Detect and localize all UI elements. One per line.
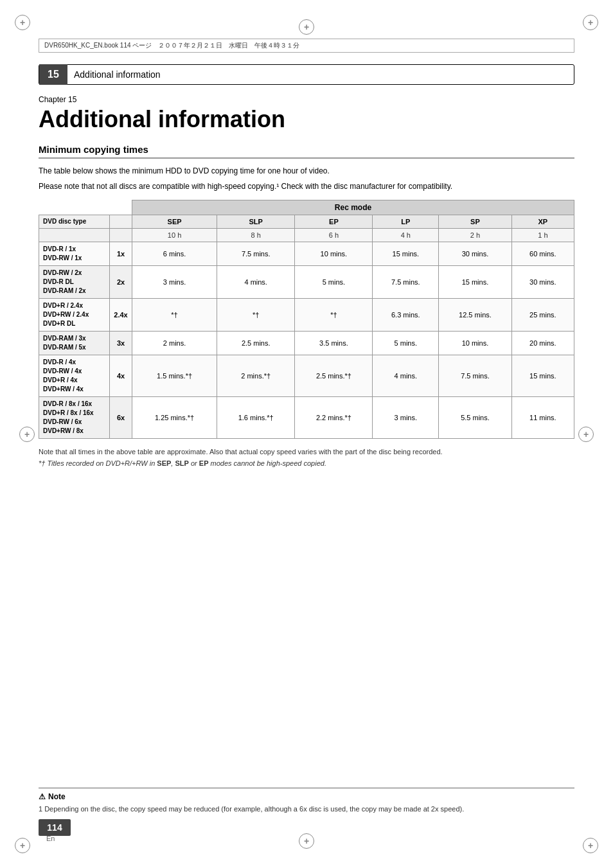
speed-1x: 1x [110,242,132,265]
disc-type-col-header: DVD disc type [39,215,110,228]
chapter-header-title: Additional information [74,69,161,80]
note-below-table-1: Note that all times in the above table a… [39,447,574,457]
val-2x-lp: 7.5 mins. [373,265,439,298]
chapter-header: 15 Additional information [39,64,574,85]
val-4x-slp: 2 mins.*† [217,355,295,396]
val-3x-ep: 3.5 mins. [295,331,373,355]
val-1x-lp: 15 mins. [373,242,439,265]
val-3x-slp: 2.5 mins. [217,331,295,355]
col-sp: SP [439,215,512,228]
top-center-mark [299,19,314,35]
speed-2x: 2x [110,265,132,298]
table-row: DVD+R / 2.4xDVD+RW / 2.4xDVD+R DL 2.4x *… [39,298,574,331]
main-content: Chapter 15 Additional information Minimu… [39,95,574,467]
corner-mark-tl [13,13,32,32]
table-row: DVD-R / 8x / 16xDVD+R / 8x / 16xDVD-RW /… [39,396,574,438]
intro-text-1: The table below shows the minimum HDD to… [39,165,574,177]
hours-sp: 2 h [439,228,512,242]
val-2x-xp: 30 mins. [511,265,574,298]
val-3x-xp: 20 mins. [511,331,574,355]
chapter-main-title: Additional information [39,107,574,132]
section-title: Minimum copying times [39,144,574,159]
hours-ep: 6 h [295,228,373,242]
top-header: DVR650HK_KC_EN.book 114 ページ ２００７年２月２１日 水… [39,39,574,53]
intro-text-2: Please note that not all discs are compa… [39,181,574,192]
footnote-text: *† Titles recorded on DVD+R/+RW in SEP, … [39,459,574,467]
corner-mark-br [581,836,600,855]
bottom-note: ⚠ Note 1 Depending on the disc, the copy… [39,788,574,817]
side-mark-left [19,427,35,442]
page-number-box: 114 [39,819,71,836]
chapter-label: Chapter 15 [39,95,574,104]
val-4x-xp: 15 mins. [511,355,574,396]
table-row: DVD-R / 1xDVD-RW / 1x 1x 6 mins. 7.5 min… [39,242,574,265]
val-2x-ep: 5 mins. [295,265,373,298]
val-4x-ep: 2.5 mins.*† [295,355,373,396]
table-row: DVD-R / 4xDVD-RW / 4xDVD+R / 4xDVD+RW / … [39,355,574,396]
speed-col-header [110,215,132,228]
hours-xp: 1 h [511,228,574,242]
val-4x-sep: 1.5 mins.*† [132,355,217,396]
corner-mark-bl [13,836,32,855]
disc-type-6x: DVD-R / 8x / 16xDVD+R / 8x / 16xDVD-RW /… [39,396,110,438]
val-2x-sp: 15 mins. [439,265,512,298]
corner-mark-tr [581,13,600,32]
speed-2_4x: 2.4x [110,298,132,331]
val-1x-ep: 10 mins. [295,242,373,265]
val-3x-lp: 5 mins. [373,331,439,355]
val-6x-lp: 3 mins. [373,396,439,438]
val-2_4x-xp: 25 mins. [511,298,574,331]
disc-type-1x: DVD-R / 1xDVD-RW / 1x [39,242,110,265]
val-3x-sp: 10 mins. [439,331,512,355]
col-lp: LP [373,215,439,228]
val-2_4x-sep: *† [132,298,217,331]
val-2_4x-ep: *† [295,298,373,331]
chapter-number-box: 15 [39,64,67,85]
val-2_4x-slp: *† [217,298,295,331]
val-1x-sp: 30 mins. [439,242,512,265]
val-6x-ep: 2.2 mins.*† [295,396,373,438]
table-row: DVD-RW / 2xDVD-R DLDVD-RAM / 2x 2x 3 min… [39,265,574,298]
speed-3x: 3x [110,331,132,355]
col-sep: SEP [132,215,217,228]
disc-type-2x: DVD-RW / 2xDVD-R DLDVD-RAM / 2x [39,265,110,298]
val-2x-sep: 3 mins. [132,265,217,298]
val-6x-sep: 1.25 mins.*† [132,396,217,438]
side-mark-right [578,427,594,442]
note-label: ⚠ Note [39,792,574,801]
disc-type-2_4x: DVD+R / 2.4xDVD+RW / 2.4xDVD+R DL [39,298,110,331]
page-lang: En [46,835,55,842]
hours-slp: 8 h [217,228,295,242]
val-2_4x-sp: 12.5 mins. [439,298,512,331]
bottom-center-mark [299,833,314,849]
table-row: DVD-RAM / 3xDVD-RAM / 5x 3x 2 mins. 2.5 … [39,331,574,355]
copying-table: Rec mode DVD disc type SEP SLP EP LP SP … [39,200,574,439]
val-1x-xp: 60 mins. [511,242,574,265]
val-1x-slp: 7.5 mins. [217,242,295,265]
bottom-note-content: 1 Depending on the disc, the copy speed … [39,804,574,815]
val-3x-sep: 2 mins. [132,331,217,355]
val-4x-lp: 4 mins. [373,355,439,396]
col-slp: SLP [217,215,295,228]
val-4x-sp: 7.5 mins. [439,355,512,396]
val-1x-sep: 6 mins. [132,242,217,265]
hours-speed-cell [110,228,132,242]
disc-type-3x: DVD-RAM / 3xDVD-RAM / 5x [39,331,110,355]
hours-lp: 4 h [373,228,439,242]
val-6x-slp: 1.6 mins.*† [217,396,295,438]
header-japanese-text: DVR650HK_KC_EN.book 114 ページ ２００７年２月２１日 水… [44,41,299,50]
hours-label-cell [39,228,110,242]
val-6x-sp: 5.5 mins. [439,396,512,438]
rec-mode-header: Rec mode [132,200,574,215]
note-bell-icon: ⚠ [39,792,46,801]
disc-type-4x: DVD-R / 4xDVD-RW / 4xDVD+R / 4xDVD+RW / … [39,355,110,396]
col-ep: EP [295,215,373,228]
val-6x-xp: 11 mins. [511,396,574,438]
hours-sep: 10 h [132,228,217,242]
val-2_4x-lp: 6.3 mins. [373,298,439,331]
speed-6x: 6x [110,396,132,438]
val-2x-slp: 4 mins. [217,265,295,298]
col-xp: XP [511,215,574,228]
speed-4x: 4x [110,355,132,396]
